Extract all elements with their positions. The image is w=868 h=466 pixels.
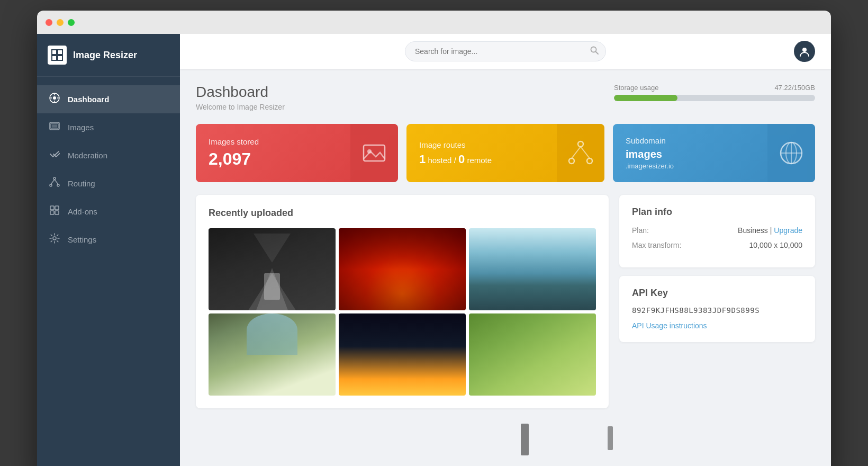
sidebar-nav: Dashboard Images [37, 77, 180, 262]
maximize-button[interactable] [68, 19, 75, 26]
subdomain-icon-area [767, 124, 815, 182]
sidebar-item-addons-label: Add-ons [68, 207, 97, 216]
images-stored-icon-area [350, 124, 398, 182]
header [180, 34, 831, 69]
svg-rect-2 [52, 56, 57, 60]
logo-icon [48, 46, 67, 65]
image-thumb-5[interactable] [339, 313, 466, 396]
max-transform-value: 10,000 x 10,000 [749, 241, 802, 249]
plan-info-card: Plan info Plan: Business | Upgrade [619, 195, 815, 267]
app-window: Image Resizer Dashb [37, 11, 831, 466]
user-avatar[interactable] [794, 41, 815, 62]
image-grid [209, 228, 596, 396]
upgrade-link[interactable]: Upgrade [774, 226, 802, 235]
bottom-section: Recently uploaded [196, 195, 815, 408]
api-usage-link[interactable]: API Usage instructions [632, 321, 707, 330]
images-stored-content: Images stored 2,097 [196, 124, 350, 182]
svg-rect-20 [50, 211, 54, 214]
image-routes-content: Image routes 1 hosted / 0 remote [406, 124, 557, 182]
sidebar-item-settings-label: Settings [68, 235, 96, 244]
plan-row: Plan: Business | Upgrade [632, 226, 802, 235]
svg-line-16 [51, 180, 55, 184]
stat-card-images-stored[interactable]: Images stored 2,097 [196, 124, 398, 182]
svg-rect-21 [55, 211, 59, 214]
api-key-card: API Key 892F9KJFHS88L9383JDF9DS899S API … [619, 276, 815, 342]
svg-point-29 [569, 158, 574, 164]
svg-point-14 [50, 184, 52, 186]
dashboard-icon [49, 93, 60, 106]
app-layout: Image Resizer Dashb [37, 34, 831, 466]
subdomain-sub: .imageresizer.io [626, 162, 755, 170]
plan-value: Business | Upgrade [738, 226, 802, 235]
content-area: Dashboard Welcome to Image Resizer Stora… [180, 69, 831, 466]
stat-card-image-routes[interactable]: Image routes 1 hosted / 0 remote [406, 124, 604, 182]
subdomain-main: images [626, 148, 755, 160]
right-panel: Plan info Plan: Business | Upgrade [619, 195, 815, 408]
svg-rect-3 [58, 56, 62, 60]
routing-icon [49, 177, 60, 190]
images-stored-value: 2,097 [209, 149, 338, 169]
page-subtitle: Welcome to Image Resizer [196, 103, 285, 111]
svg-rect-26 [364, 145, 385, 161]
search-icon [590, 46, 599, 57]
recently-uploaded-panel: Recently uploaded [196, 195, 609, 408]
logo-text: Image Resizer [73, 50, 137, 61]
settings-icon [49, 233, 60, 246]
sidebar-logo: Image Resizer [37, 34, 180, 77]
sidebar: Image Resizer Dashb [37, 34, 180, 466]
sidebar-item-moderation[interactable]: Moderation [37, 141, 180, 169]
svg-rect-1 [58, 50, 62, 55]
image-thumb-4[interactable] [209, 313, 336, 396]
sidebar-item-moderation-label: Moderation [68, 151, 107, 160]
svg-rect-18 [50, 206, 54, 210]
image-routes-label: Image routes [419, 140, 544, 149]
image-thumb-3[interactable] [469, 228, 596, 310]
plan-label: Plan: [632, 226, 649, 235]
sidebar-item-dashboard-label: Dashboard [68, 95, 109, 104]
sidebar-item-settings[interactable]: Settings [37, 226, 180, 254]
sidebar-item-addons[interactable]: Add-ons [37, 198, 180, 226]
svg-line-24 [596, 52, 599, 55]
close-button[interactable] [46, 19, 52, 26]
search-bar [405, 41, 606, 61]
svg-point-13 [53, 177, 56, 180]
svg-line-32 [581, 147, 590, 158]
svg-line-17 [55, 180, 58, 184]
svg-rect-12 [52, 124, 57, 128]
image-thumb-1[interactable] [209, 228, 336, 310]
svg-point-25 [802, 48, 807, 52]
storage-value: 47.22/150GB [774, 84, 815, 92]
max-transform-label: Max transform: [632, 241, 681, 249]
storage-bar [614, 95, 815, 101]
sidebar-item-dashboard[interactable]: Dashboard [37, 85, 180, 113]
sidebar-item-routing[interactable]: Routing [37, 169, 180, 198]
search-input[interactable] [405, 41, 606, 61]
image-thumb-2[interactable] [339, 228, 466, 310]
main-content: Dashboard Welcome to Image Resizer Stora… [180, 34, 831, 466]
svg-point-15 [57, 184, 59, 186]
svg-point-5 [53, 96, 56, 100]
subdomain-content: Subdomain images .imageresizer.io [613, 124, 767, 182]
stat-cards: Images stored 2,097 [196, 124, 815, 182]
svg-point-22 [53, 237, 56, 240]
moderation-icon [49, 149, 60, 162]
api-key-value: 892F9KJFHS88L9383JDF9DS899S [632, 306, 802, 315]
storage-bar-fill [614, 95, 677, 101]
svg-point-30 [587, 158, 592, 164]
sidebar-item-images[interactable]: Images [37, 113, 180, 141]
page-title-area: Dashboard Welcome to Image Resizer [196, 84, 285, 111]
images-icon [49, 121, 60, 134]
titlebar [37, 11, 831, 34]
max-transform-row: Max transform: 10,000 x 10,000 [632, 241, 802, 249]
addons-icon [49, 205, 60, 218]
api-key-title: API Key [632, 288, 802, 299]
image-thumb-6[interactable] [469, 313, 596, 396]
subdomain-label: Subdomain [626, 136, 755, 145]
page-title: Dashboard [196, 84, 285, 101]
sidebar-item-routing-label: Routing [68, 179, 95, 188]
svg-point-28 [578, 141, 583, 147]
stat-card-subdomain[interactable]: Subdomain images .imageresizer.io [613, 124, 815, 182]
page-header: Dashboard Welcome to Image Resizer Stora… [196, 84, 815, 111]
sidebar-item-images-label: Images [68, 123, 94, 132]
minimize-button[interactable] [57, 19, 64, 26]
